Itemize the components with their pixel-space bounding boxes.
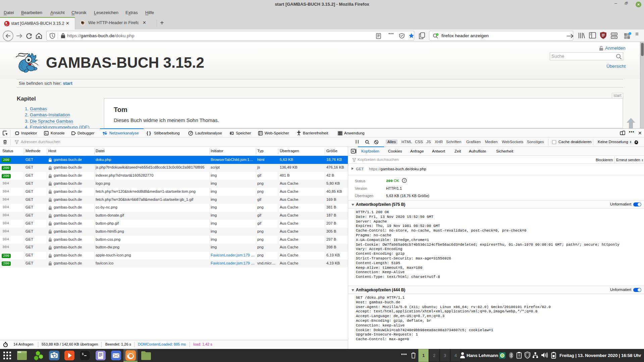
svg-text:?: ?: [404, 179, 405, 182]
svg-text:$: $: [82, 353, 84, 356]
